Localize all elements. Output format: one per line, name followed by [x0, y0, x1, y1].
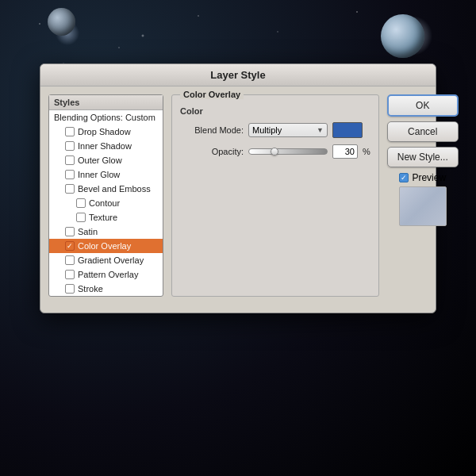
sidebar-item-satin[interactable]: Satin: [49, 225, 163, 239]
inner-glow-checkbox[interactable]: [65, 170, 75, 179]
opacity-slider-track[interactable]: [248, 148, 328, 155]
blend-mode-value: Multiply: [252, 125, 282, 135]
inner-shadow-checkbox[interactable]: [65, 141, 75, 151]
preview-checkbox[interactable]: [399, 173, 409, 182]
sidebar-item-inner-shadow[interactable]: Inner Shadow: [49, 139, 163, 153]
outer-glow-checkbox[interactable]: [65, 155, 75, 165]
main-content: Color Overlay Color Blend Mode: Multiply…: [171, 94, 379, 297]
texture-label: Texture: [89, 213, 117, 222]
stroke-label: Stroke: [78, 284, 103, 294]
sidebar-item-gradient-overlay[interactable]: Gradient Overlay: [49, 253, 163, 267]
satin-checkbox[interactable]: [65, 227, 75, 236]
inner-glow-label: Inner Glow: [78, 170, 120, 179]
opacity-percent-label: %: [363, 147, 370, 156]
preview-checkbox-row: Preview: [399, 172, 446, 183]
blend-mode-arrow-icon: ▼: [317, 126, 324, 134]
sidebar-item-drop-shadow[interactable]: Drop Shadow: [49, 125, 163, 139]
sidebar-item-texture[interactable]: Texture: [49, 210, 163, 225]
sidebar-item-color-overlay[interactable]: Color Overlay: [49, 239, 163, 253]
sidebar-item-outer-glow[interactable]: Outer Glow: [49, 153, 163, 167]
dialog-body: Styles Blending Options: Custom Drop Sha…: [40, 86, 436, 305]
cancel-button[interactable]: Cancel: [387, 121, 459, 142]
opacity-row: Opacity: 30 %: [180, 144, 370, 159]
inner-shadow-label: Inner Shadow: [78, 141, 132, 151]
sidebar-item-bevel-emboss[interactable]: Bevel and Emboss: [49, 182, 163, 196]
texture-checkbox[interactable]: [76, 213, 86, 222]
content-panel: Color Overlay Color Blend Mode: Multiply…: [171, 94, 379, 297]
opacity-slider-container: [248, 148, 328, 155]
sidebar-item-contour[interactable]: Contour: [49, 196, 163, 210]
stroke-checkbox[interactable]: [65, 284, 75, 294]
blend-mode-label: Blend Mode:: [180, 125, 244, 135]
contour-label: Contour: [89, 198, 120, 208]
color-overlay-checkbox[interactable]: [65, 241, 75, 251]
new-style-button[interactable]: New Style...: [387, 147, 459, 167]
title-bar: Layer Style: [40, 64, 436, 86]
preview-label: Preview: [412, 172, 446, 183]
moon2: [48, 8, 75, 36]
drop-shadow-label: Drop Shadow: [78, 127, 131, 136]
styles-list: Blending Options: Custom Drop Shadow Inn…: [49, 110, 163, 296]
outer-glow-label: Outer Glow: [78, 155, 122, 165]
preview-box: [399, 186, 447, 226]
bevel-emboss-checkbox[interactable]: [65, 184, 75, 194]
pattern-overlay-checkbox[interactable]: [65, 270, 75, 279]
buttons-panel: OK Cancel New Style... Preview: [387, 94, 459, 297]
color-swatch[interactable]: [332, 122, 363, 138]
blend-mode-row: Blend Mode: Multiply ▼: [180, 122, 370, 138]
sidebar-item-inner-glow[interactable]: Inner Glow: [49, 167, 163, 182]
ok-button[interactable]: OK: [387, 94, 459, 117]
sidebar-item-stroke[interactable]: Stroke: [49, 282, 163, 296]
blending-options-label: Blending Options: Custom: [54, 113, 155, 122]
panel-legend: Color Overlay: [180, 90, 244, 99]
bevel-emboss-label: Bevel and Emboss: [78, 184, 151, 194]
satin-label: Satin: [78, 227, 98, 236]
sidebar-item-blending-options[interactable]: Blending Options: Custom: [49, 110, 163, 125]
contour-checkbox[interactable]: [76, 198, 86, 208]
color-section-label: Color: [180, 106, 370, 116]
opacity-value-box[interactable]: 30: [332, 144, 358, 159]
sidebar-item-pattern-overlay[interactable]: Pattern Overlay: [49, 267, 163, 282]
gradient-overlay-label: Gradient Overlay: [78, 255, 144, 265]
blend-mode-select[interactable]: Multiply ▼: [248, 123, 328, 137]
styles-panel: Styles Blending Options: Custom Drop Sha…: [48, 94, 163, 297]
pattern-overlay-label: Pattern Overlay: [78, 270, 138, 279]
dialog-footer: [40, 305, 436, 313]
opacity-slider-thumb[interactable]: [271, 148, 278, 155]
color-overlay-label: Color Overlay: [78, 241, 131, 251]
styles-panel-header: Styles: [49, 95, 163, 110]
gradient-overlay-checkbox[interactable]: [65, 255, 75, 265]
preview-section: Preview: [387, 172, 459, 226]
opacity-value: 30: [345, 147, 355, 156]
layer-style-dialog: Layer Style Styles Blending Options: Cus…: [40, 63, 436, 313]
dialog-title: Layer Style: [210, 69, 265, 81]
moon1: [381, 14, 424, 58]
drop-shadow-checkbox[interactable]: [65, 127, 75, 136]
opacity-label: Opacity:: [180, 147, 244, 156]
